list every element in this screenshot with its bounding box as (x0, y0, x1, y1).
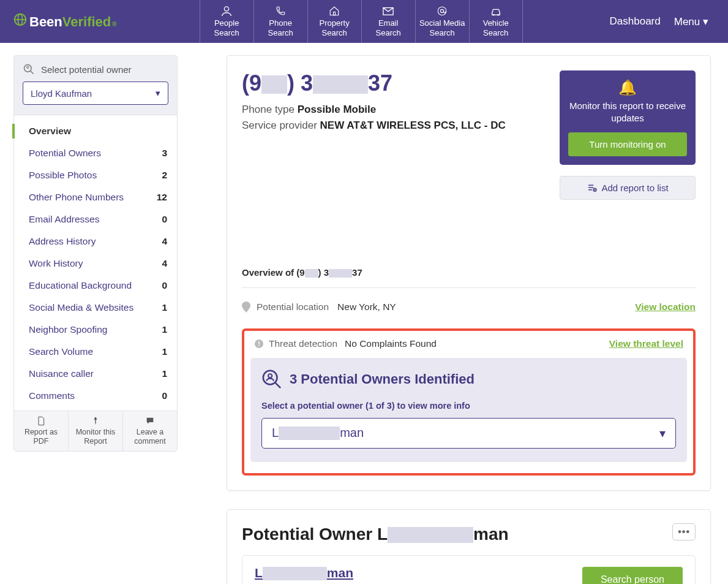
sidebar-item-potential-owners[interactable]: Potential Owners3 (14, 142, 177, 164)
svg-point-12 (27, 66, 29, 68)
sidebar-actions: Report as PDF Monitor this Report Leave … (14, 411, 177, 451)
comment-icon (145, 416, 155, 426)
list-add-icon (587, 183, 598, 192)
chevron-down-icon: ▾ (659, 426, 666, 441)
redacted (313, 75, 368, 94)
phone-icon (274, 6, 287, 17)
logo[interactable]: BeenVerified® (13, 13, 117, 30)
sidebar-item-address-history[interactable]: Address History4 (14, 230, 177, 252)
nav-social-search[interactable]: Social MediaSearch (415, 0, 469, 43)
sidebar-item-education[interactable]: Educational Background0 (14, 275, 177, 297)
potential-owner-heading: Potential Owner Lman (242, 525, 696, 544)
logo-reg: ® (112, 21, 116, 28)
report-pdf-button[interactable]: Report as PDF (14, 411, 69, 451)
leave-comment-button[interactable]: Leave a comment (123, 411, 177, 451)
view-threat-link[interactable]: View threat level (609, 338, 683, 349)
redacted (279, 427, 340, 440)
report-summary-card: (9) 337 Phone type Possible Mobile Servi… (227, 55, 711, 491)
bell-icon: 🔔 (568, 79, 687, 96)
highlighted-section: ! Threat detection No Complaints Found V… (242, 328, 696, 476)
logo-text-been: Been (29, 14, 62, 30)
svg-point-7 (441, 9, 444, 12)
phone-type-line: Phone type Possible Mobile (242, 104, 506, 116)
redacted (388, 527, 473, 543)
phone-number-heading: (9) 337 (242, 70, 506, 96)
owners-box: 3 Potential Owners Identified Select a p… (250, 358, 687, 462)
dashboard-link[interactable]: Dashboard (610, 15, 661, 28)
overview-heading: Overview of (9) 337 (242, 267, 696, 288)
owners-dropdown[interactable]: Lman ▾ (261, 418, 676, 449)
svg-point-9 (497, 14, 499, 16)
sidebar-item-neighbor-spoofing[interactable]: Neighbor Spoofing1 (14, 319, 177, 341)
mail-icon (381, 6, 395, 17)
nav-phone-search[interactable]: PhoneSearch (253, 0, 307, 43)
redacted (261, 75, 287, 94)
person-icon (220, 6, 233, 17)
svg-line-22 (276, 382, 281, 388)
nav-vehicle-search[interactable]: VehicleSearch (469, 0, 523, 43)
pdf-icon (36, 416, 46, 426)
sidebar: Select potential owner Lloyd Kaufman ▾ O… (0, 43, 184, 584)
owners-title: 3 Potential Owners Identified (261, 369, 676, 390)
svg-text:!: ! (258, 340, 260, 347)
main-nav: PeopleSearch PhoneSearch PropertySearch … (200, 0, 523, 43)
search-person-icon (23, 63, 35, 75)
location-row: Potential location New York, NY View loc… (242, 301, 696, 313)
nav-property-search[interactable]: PropertySearch (307, 0, 361, 43)
more-actions-button[interactable]: ••• (672, 523, 696, 540)
redacted (263, 567, 327, 580)
pin-icon (91, 416, 100, 426)
owner-dropdown-value: Lloyd Kaufman (31, 88, 92, 99)
main-content: (9) 337 Phone type Possible Mobile Servi… (184, 43, 728, 584)
house-icon (328, 6, 341, 17)
select-owner-title: Select potential owner (23, 63, 168, 75)
at-icon (435, 6, 449, 17)
monitor-text: Monitor this report to receive updates (568, 100, 687, 125)
monitor-report-button[interactable]: Monitor this Report (69, 411, 123, 451)
svg-line-11 (31, 71, 34, 74)
turn-monitoring-on-button[interactable]: Turn monitoring on (568, 132, 687, 156)
threat-row: ! Threat detection No Complaints Found V… (250, 338, 687, 349)
redacted (329, 269, 352, 278)
potential-owner-card: Potential Owner Lman ••• Lman Age - Lang… (227, 509, 711, 584)
sidebar-item-nuisance[interactable]: Nuisance caller1 (14, 363, 177, 385)
sidebar-item-work-history[interactable]: Work History4 (14, 252, 177, 275)
search-owner-icon (261, 369, 282, 390)
info-icon: ! (254, 339, 264, 349)
owner-details-box: Lman Age - Languages Spoken EN Country o… (242, 555, 696, 584)
sidebar-item-social[interactable]: Social Media & Websites1 (14, 297, 177, 319)
logo-text-verified: Verified (62, 14, 111, 30)
globe-icon (13, 13, 27, 30)
car-icon (489, 6, 503, 17)
add-report-to-list-button[interactable]: Add report to list (560, 176, 696, 200)
provider-line: Service provider NEW AT&T WIRELESS PCS, … (242, 119, 506, 132)
section-list: Overview Potential Owners3 Possible Phot… (14, 115, 177, 411)
sidebar-item-overview[interactable]: Overview (14, 120, 177, 142)
svg-point-23 (268, 374, 272, 377)
nav-people-search[interactable]: PeopleSearch (200, 0, 253, 43)
select-owner-panel: Select potential owner Lloyd Kaufman ▾ (14, 56, 177, 115)
sidebar-item-email[interactable]: Email Addresses0 (14, 208, 177, 230)
chevron-down-icon: ▾ (156, 88, 160, 99)
sidebar-item-comments[interactable]: Comments0 (14, 385, 177, 407)
svg-point-6 (438, 7, 446, 15)
svg-point-8 (493, 14, 495, 16)
nav-email-search[interactable]: EmailSearch (361, 0, 415, 43)
monitor-card: 🔔 Monitor this report to receive updates… (560, 70, 696, 165)
sidebar-item-search-volume[interactable]: Search Volume1 (14, 341, 177, 363)
owner-dropdown[interactable]: Lloyd Kaufman ▾ (23, 82, 168, 105)
owners-subtitle: Select a potential owner (1 of 3) to vie… (261, 401, 676, 411)
sidebar-item-other-phones[interactable]: Other Phone Numbers12 (14, 186, 177, 208)
top-navbar: BeenVerified® PeopleSearch PhoneSearch P… (0, 0, 728, 43)
right-nav: Dashboard Menu ▾ (596, 15, 708, 28)
owners-dropdown-value: Lman (272, 426, 364, 441)
menu-dropdown[interactable]: Menu ▾ (674, 15, 708, 28)
redacted (305, 269, 318, 278)
svg-point-3 (225, 7, 229, 11)
sidebar-item-possible-photos[interactable]: Possible Photos2 (14, 164, 177, 186)
chevron-down-icon: ▾ (703, 16, 708, 28)
view-location-link[interactable]: View location (635, 301, 696, 313)
search-person-button[interactable]: Search person (582, 567, 683, 584)
pin-icon (242, 301, 250, 313)
svg-rect-4 (334, 12, 336, 15)
